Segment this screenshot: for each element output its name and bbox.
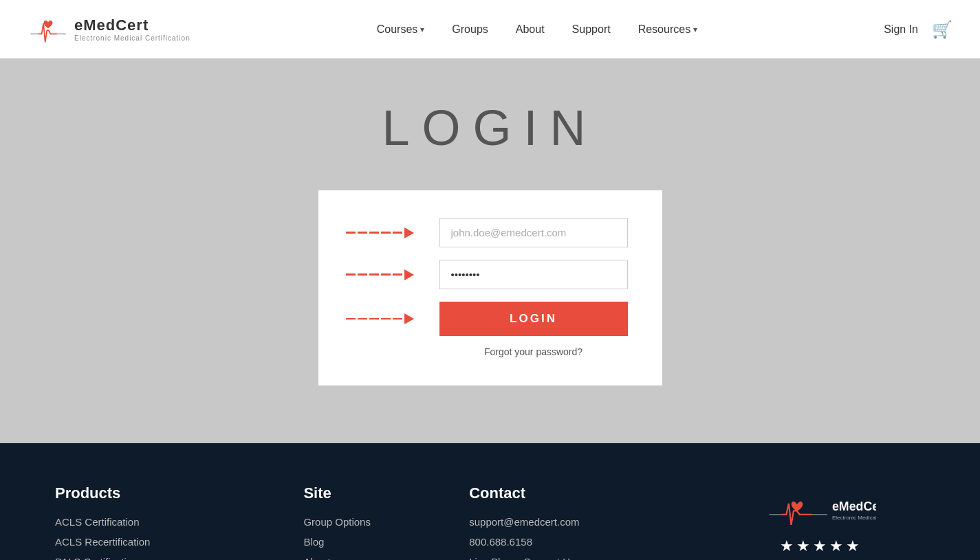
dash-3	[369, 318, 379, 320]
page-title: LOGIN	[382, 100, 598, 156]
password-row	[346, 260, 628, 289]
cart-icon[interactable]: 🛒	[932, 20, 952, 39]
arrow-decoration-email	[346, 227, 428, 238]
footer-link-about[interactable]: About	[303, 556, 428, 560]
dash-1	[346, 273, 356, 276]
chevron-down-icon: ▾	[420, 25, 424, 34]
dash-5	[393, 273, 402, 276]
password-field[interactable]	[439, 260, 628, 289]
login-card: LOGIN Forgot your password?	[318, 190, 662, 385]
dash-4	[381, 318, 391, 320]
footer-contact-column: Contact support@emedcert.com 800.688.615…	[469, 484, 676, 560]
dash-3	[369, 232, 379, 234]
svg-text:eMedCert: eMedCert	[832, 500, 876, 513]
arrow-decoration-password	[346, 269, 428, 280]
footer-products-column: Products ACLS Certification ACLS Recerti…	[55, 484, 262, 560]
dash-2	[358, 318, 367, 320]
sign-in-button[interactable]: Sign In	[884, 23, 918, 36]
arrow-decoration-login	[346, 313, 428, 324]
login-button-row: LOGIN	[346, 302, 628, 336]
forgot-password-link[interactable]: Forgot your password?	[484, 346, 582, 357]
svg-text:Electronic Medical Certificati: Electronic Medical Certification	[832, 515, 876, 521]
nav-groups[interactable]: Groups	[452, 23, 488, 36]
header-right: Sign In 🛒	[884, 20, 952, 39]
footer-link-acls-recert[interactable]: ACLS Recertification	[55, 536, 262, 548]
arrow-head-icon	[404, 313, 414, 324]
footer-link-pals-cert[interactable]: PALS Certification	[55, 556, 262, 560]
dash-2	[358, 273, 367, 276]
logo[interactable]: eMedCert Electronic Medical Certificatio…	[28, 10, 190, 48]
star-rating: ★★★★★	[780, 537, 862, 555]
header: eMedCert Electronic Medical Certificatio…	[0, 0, 980, 58]
footer-link-group-options[interactable]: Group Options	[303, 516, 428, 528]
forgot-password-row: Forgot your password?	[439, 346, 628, 358]
main-content: LOGIN	[0, 58, 980, 443]
footer-link-blog[interactable]: Blog	[303, 536, 428, 548]
footer-link-acls-cert[interactable]: ACLS Certification	[55, 516, 262, 528]
logo-subtitle: Electronic Medical Certification	[74, 34, 190, 42]
logo-icon	[28, 10, 69, 48]
footer-contact-hours-label: Live Phone Support Hours:	[469, 556, 676, 560]
footer-products-heading: Products	[55, 484, 262, 502]
dash-2	[358, 232, 367, 234]
dash-5	[393, 232, 402, 234]
dash-3	[369, 273, 379, 276]
dash-1	[346, 318, 356, 320]
nav-support[interactable]: Support	[572, 23, 611, 36]
dash-4	[381, 232, 391, 234]
chevron-down-icon: ▾	[693, 25, 697, 34]
dash-1	[346, 232, 356, 234]
nav-courses[interactable]: Courses ▾	[377, 23, 425, 36]
logo-text: eMedCert Electronic Medical Certificatio…	[74, 16, 190, 42]
footer: Products ACLS Certification ACLS Recerti…	[0, 443, 980, 560]
footer-contact-phone[interactable]: 800.688.6158	[469, 536, 676, 548]
login-button[interactable]: LOGIN	[439, 302, 628, 336]
footer-site-heading: Site	[303, 484, 428, 502]
footer-logo-column: eMedCert Electronic Medical Certificatio…	[718, 484, 925, 560]
arrow-head-icon	[404, 227, 414, 238]
arrow-head-icon	[404, 269, 414, 280]
nav-about[interactable]: About	[516, 23, 545, 36]
email-row	[346, 218, 628, 247]
nav-resources[interactable]: Resources ▾	[638, 23, 697, 36]
footer-site-column: Site Group Options Blog About	[303, 484, 428, 560]
main-nav: Courses ▾ Groups About Support Resources…	[377, 23, 697, 36]
dash-4	[381, 273, 391, 276]
email-field[interactable]	[439, 218, 628, 247]
footer-contact-email[interactable]: support@emedcert.com	[469, 516, 676, 528]
footer-logo-icon: eMedCert Electronic Medical Certificatio…	[766, 491, 876, 528]
footer-contact-heading: Contact	[469, 484, 676, 502]
dash-5	[393, 318, 402, 320]
logo-brand-name: eMedCert	[74, 16, 190, 34]
